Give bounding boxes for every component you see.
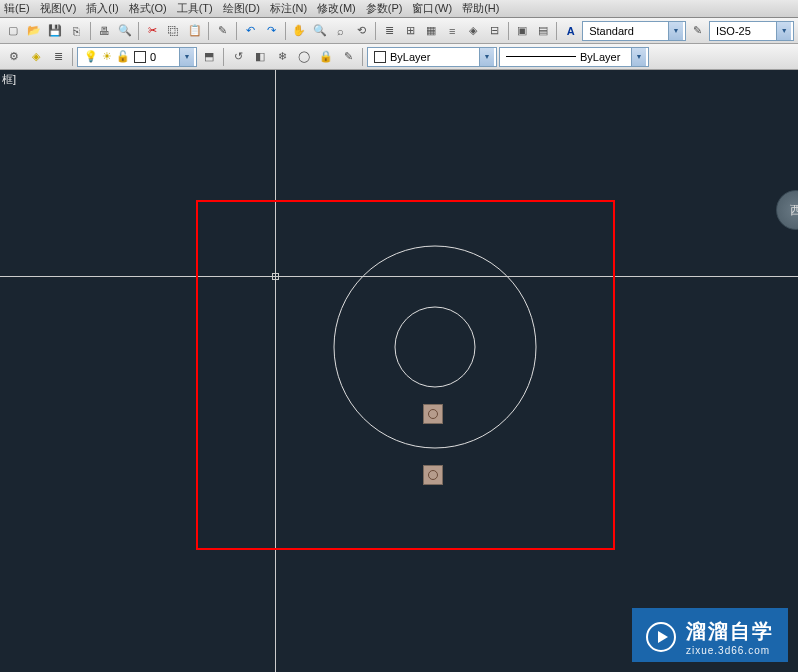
markup-icon[interactable]: ◈ [464, 21, 483, 41]
lock-icon: 🔓 [116, 50, 130, 63]
text-style-dropdown[interactable]: Standard ▼ [582, 21, 686, 41]
zoom-prev-icon[interactable]: ⟲ [352, 21, 371, 41]
separator [236, 22, 237, 40]
chevron-down-icon: ▼ [179, 48, 194, 66]
pan-icon[interactable]: ✋ [290, 21, 309, 41]
viewcube-west[interactable]: 西 [776, 190, 798, 230]
grip-marker[interactable] [423, 465, 443, 485]
plot-icon[interactable]: 🖶 [95, 21, 114, 41]
color-swatch [374, 51, 386, 63]
undo-icon[interactable]: ↶ [241, 21, 260, 41]
color-dropdown[interactable]: ByLayer ▼ [367, 47, 497, 67]
menu-modify[interactable]: 修改(M) [317, 1, 356, 16]
copy-icon[interactable]: ⿻ [164, 21, 183, 41]
red-highlight-rect [196, 200, 615, 550]
document-title: 框] [2, 72, 16, 87]
circle-icon [428, 470, 438, 480]
redo-icon[interactable]: ↷ [262, 21, 281, 41]
watermark-url: zixue.3d66.com [686, 645, 774, 656]
separator [208, 22, 209, 40]
layer-name: 0 [150, 51, 156, 63]
text-style-value: Standard [589, 25, 634, 37]
layer-state-icon[interactable]: ≣ [48, 47, 68, 67]
linetype-preview [506, 56, 576, 57]
paste-icon[interactable]: 📋 [185, 21, 204, 41]
design-center-icon[interactable]: ⊞ [401, 21, 420, 41]
dim-style-value: ISO-25 [716, 25, 751, 37]
separator [72, 48, 73, 66]
drawing-canvas[interactable]: 框] 西 溜溜自学 zixue.3d66.com [0, 70, 798, 672]
text-style-icon[interactable]: A [561, 21, 580, 41]
watermark-title: 溜溜自学 [686, 618, 774, 645]
chevron-down-icon: ▼ [776, 22, 791, 40]
menu-dimension[interactable]: 标注(N) [270, 1, 307, 16]
layer-freeze-icon[interactable]: ❄ [272, 47, 292, 67]
layer-lock-icon[interactable]: 🔒 [316, 47, 336, 67]
layer-match-icon[interactable]: ✎ [338, 47, 358, 67]
menu-window[interactable]: 窗口(W) [412, 1, 452, 16]
layer-color-swatch [134, 51, 146, 63]
block-icon[interactable]: ▣ [513, 21, 532, 41]
menu-format[interactable]: 格式(O) [129, 1, 167, 16]
chevron-down-icon: ▼ [668, 22, 683, 40]
chevron-down-icon: ▼ [479, 48, 494, 66]
bulb-icon: 💡 [84, 50, 98, 63]
color-value: ByLayer [390, 51, 430, 63]
sheet-set-icon[interactable]: ≡ [443, 21, 462, 41]
linetype-dropdown[interactable]: ByLayer ▼ [499, 47, 649, 67]
separator [508, 22, 509, 40]
separator [223, 48, 224, 66]
layer-filter-icon[interactable]: ◈ [26, 47, 46, 67]
menu-draw[interactable]: 绘图(D) [223, 1, 260, 16]
layer-props-icon[interactable]: ⚙ [4, 47, 24, 67]
circle-icon [428, 409, 438, 419]
nav-label: 西 [790, 202, 798, 219]
chevron-down-icon: ▼ [631, 48, 646, 66]
properties-icon[interactable]: ≣ [380, 21, 399, 41]
layer-make-current-icon[interactable]: ⬒ [199, 47, 219, 67]
zoom-window-icon[interactable]: ⌕ [331, 21, 350, 41]
match-icon[interactable]: ✎ [213, 21, 232, 41]
save-icon[interactable]: 💾 [46, 21, 65, 41]
cut-icon[interactable]: ✂ [143, 21, 162, 41]
dim-style-dropdown[interactable]: ISO-25 ▼ [709, 21, 794, 41]
menu-view[interactable]: 视图(V) [40, 1, 77, 16]
play-icon [646, 622, 676, 652]
watermark: 溜溜自学 zixue.3d66.com [632, 608, 788, 662]
menu-edit[interactable]: 辑(E) [4, 1, 30, 16]
zoom-realtime-icon[interactable]: 🔍 [310, 21, 329, 41]
dim-style-icon[interactable]: ✎ [688, 21, 707, 41]
layers-toolbar: ⚙ ◈ ≣ 💡 ☀ 🔓 0 ▼ ⬒ ↺ ◧ ❄ ◯ 🔒 ✎ ByLayer ▼ … [0, 44, 798, 70]
table-icon[interactable]: ▤ [533, 21, 552, 41]
separator [362, 48, 363, 66]
menu-parametric[interactable]: 参数(P) [366, 1, 403, 16]
separator [375, 22, 376, 40]
menu-tools[interactable]: 工具(T) [177, 1, 213, 16]
saveas-icon[interactable]: ⎘ [67, 21, 86, 41]
quickcalc-icon[interactable]: ⊟ [485, 21, 504, 41]
grip-marker[interactable] [423, 404, 443, 424]
sun-icon: ☀ [102, 50, 112, 63]
separator [285, 22, 286, 40]
linetype-value: ByLayer [580, 51, 620, 63]
tool-palette-icon[interactable]: ▦ [422, 21, 441, 41]
menu-insert[interactable]: 插入(I) [86, 1, 118, 16]
separator [556, 22, 557, 40]
layer-previous-icon[interactable]: ↺ [228, 47, 248, 67]
standard-toolbar: ▢ 📂 💾 ⎘ 🖶 🔍 ✂ ⿻ 📋 ✎ ↶ ↷ ✋ 🔍 ⌕ ⟲ ≣ ⊞ ▦ ≡ … [0, 18, 798, 44]
menu-bar: 辑(E) 视图(V) 插入(I) 格式(O) 工具(T) 绘图(D) 标注(N)… [0, 0, 798, 18]
layer-off-icon[interactable]: ◯ [294, 47, 314, 67]
separator [138, 22, 139, 40]
layer-dropdown[interactable]: 💡 ☀ 🔓 0 ▼ [77, 47, 197, 67]
new-icon[interactable]: ▢ [4, 21, 23, 41]
preview-icon[interactable]: 🔍 [115, 21, 134, 41]
separator [90, 22, 91, 40]
open-icon[interactable]: 📂 [25, 21, 44, 41]
menu-help[interactable]: 帮助(H) [462, 1, 499, 16]
layer-isolate-icon[interactable]: ◧ [250, 47, 270, 67]
